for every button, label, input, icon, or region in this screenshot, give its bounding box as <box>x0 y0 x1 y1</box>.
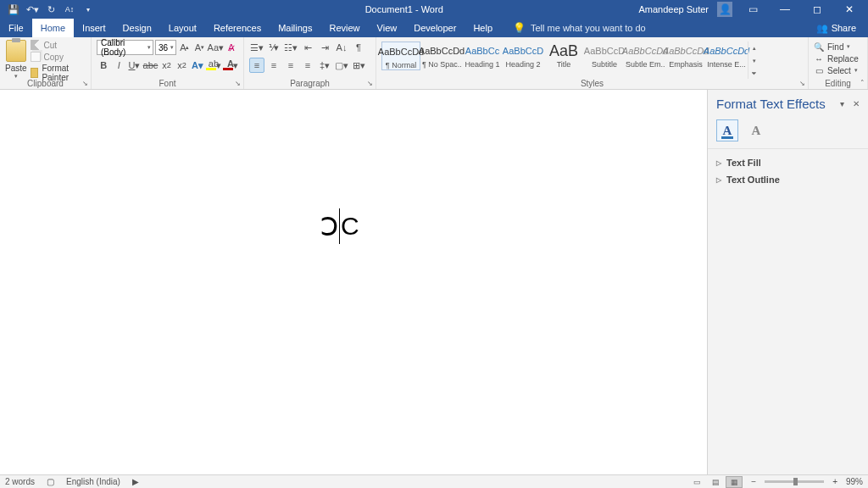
show-marks-button[interactable]: ¶ <box>351 40 366 55</box>
font-name-combo[interactable]: Calibri (Body)▾ <box>97 40 153 55</box>
replace-button[interactable]: ↔Replace <box>814 53 862 64</box>
bullets-button[interactable]: ☰▾ <box>249 40 264 55</box>
increase-indent-button[interactable]: ⇥ <box>317 40 332 55</box>
align-left-button[interactable]: ≡ <box>249 58 264 73</box>
pane-options-icon[interactable]: ▾ <box>840 99 844 108</box>
zoom-out-button[interactable]: − <box>751 477 756 486</box>
superscript-button[interactable]: x2 <box>175 58 189 73</box>
style-preview: AaBbCcDd <box>382 42 420 61</box>
numbering-button[interactable]: ⅟▾ <box>266 40 281 55</box>
print-layout-button[interactable]: ▤ <box>707 476 724 488</box>
styles-launcher-icon[interactable]: ↘ <box>799 80 805 87</box>
styles-group-label: Styles <box>376 79 808 89</box>
multilevel-button[interactable]: ☷▾ <box>283 40 298 55</box>
document-text[interactable]: Ɔ C <box>320 208 359 244</box>
pane-tab-text-fill[interactable]: A <box>716 119 738 141</box>
select-button[interactable]: ▭Select▾ <box>814 65 862 75</box>
underline-button[interactable]: U▾ <box>127 58 141 73</box>
read-mode-button[interactable]: ▭ <box>688 476 705 488</box>
tab-review[interactable]: Review <box>321 19 369 37</box>
style---no-spac---[interactable]: AaBbCcDd¶ No Spac... <box>422 42 461 69</box>
style-heading-1[interactable]: AaBbCcHeading 1 <box>463 42 502 69</box>
style-subtle-em---[interactable]: AaBbCcDdSubtle Em... <box>626 42 665 69</box>
tab-insert[interactable]: Insert <box>74 19 114 37</box>
shrink-font-button[interactable]: A▾ <box>193 40 207 55</box>
clear-format-button[interactable]: A̷ <box>225 40 238 55</box>
spellcheck-icon[interactable]: ▢ <box>47 477 54 486</box>
macro-icon[interactable]: ▶ <box>132 477 139 486</box>
change-case-button[interactable]: Aa▾ <box>208 40 223 55</box>
align-right-button[interactable]: ≡ <box>283 58 298 73</box>
collapse-ribbon-icon[interactable]: ˄ <box>860 79 865 87</box>
zoom-slider[interactable] <box>765 480 824 483</box>
clipboard-launcher-icon[interactable]: ↘ <box>82 80 88 87</box>
web-layout-button[interactable]: ▦ <box>726 476 743 488</box>
tab-file[interactable]: File <box>0 19 32 37</box>
section-text-fill[interactable]: ▷Text Fill <box>716 154 860 171</box>
tab-references[interactable]: References <box>205 19 270 37</box>
chevron-down-icon[interactable]: ▾ <box>147 44 153 51</box>
style-heading-2[interactable]: AaBbCcDHeading 2 <box>504 42 542 69</box>
text-effects-button[interactable]: A▾ <box>191 58 204 73</box>
pane-tab-text-effects[interactable]: A <box>745 119 767 141</box>
zoom-in-button[interactable]: + <box>832 477 837 486</box>
strike-button[interactable]: abc <box>143 58 159 73</box>
pane-close-icon[interactable]: ✕ <box>853 99 860 108</box>
style---normal[interactable]: AaBbCcDd¶ Normal <box>381 42 420 70</box>
tab-design[interactable]: Design <box>114 19 160 37</box>
tab-view[interactable]: View <box>369 19 406 37</box>
cut-button: Cut <box>31 40 86 50</box>
style-name-label: Emphasis <box>666 60 705 69</box>
share-button[interactable]: 👥 Share <box>816 19 868 37</box>
section-text-outline[interactable]: ▷Text Outline <box>716 171 860 188</box>
italic-button[interactable]: I <box>112 58 125 73</box>
replace-icon: ↔ <box>814 53 824 64</box>
user-name[interactable]: Amandeep Suter <box>638 4 709 14</box>
tell-me-search[interactable]: 💡 Tell me what you want to do <box>501 19 646 37</box>
styles-more-button[interactable]: ▴▾⏷ <box>748 42 760 79</box>
minimize-icon[interactable]: — <box>773 3 797 15</box>
tab-layout[interactable]: Layout <box>160 19 205 37</box>
user-avatar-icon[interactable]: 👤 <box>717 2 732 17</box>
touch-mode-icon[interactable]: A↕ <box>64 4 75 14</box>
justify-button[interactable]: ≡ <box>300 58 315 73</box>
tab-help[interactable]: Help <box>465 19 501 37</box>
style-intense-e---[interactable]: AaBbCcDdIntense E... <box>707 42 746 69</box>
style-title[interactable]: AaBTitle <box>544 42 583 69</box>
save-icon[interactable]: 💾 <box>8 4 19 14</box>
qat-customize-icon[interactable]: ▾ <box>83 4 93 14</box>
subscript-button[interactable]: x2 <box>159 58 173 73</box>
cut-icon <box>31 40 41 50</box>
sort-button[interactable]: A↓ <box>334 40 349 55</box>
style-subtitle[interactable]: AaBbCcDSubtitle <box>585 42 624 69</box>
highlight-button[interactable]: ab▾ <box>206 58 221 73</box>
language-status[interactable]: English (India) <box>66 477 120 486</box>
maximize-icon[interactable]: ◻ <box>805 3 829 15</box>
shading-button[interactable]: ▢▾ <box>334 58 349 73</box>
workspace: Ɔ C Format Text Effects ▾ ✕ A A ▷Text Fi… <box>0 90 868 474</box>
document-area[interactable]: Ɔ C <box>0 90 707 474</box>
tab-mailings[interactable]: Mailings <box>270 19 320 37</box>
find-button[interactable]: 🔍Find▾ <box>814 42 862 52</box>
style-emphasis[interactable]: AaBbCcDdEmphasis <box>666 42 705 69</box>
chevron-down-icon[interactable]: ▾ <box>170 44 175 51</box>
paragraph-launcher-icon[interactable]: ↘ <box>367 80 373 87</box>
close-icon[interactable]: ✕ <box>837 3 861 15</box>
decrease-indent-button[interactable]: ⇤ <box>300 40 315 55</box>
font-launcher-icon[interactable]: ↘ <box>235 80 241 87</box>
grow-font-button[interactable]: A▴ <box>178 40 192 55</box>
tab-developer[interactable]: Developer <box>405 19 465 37</box>
font-size-combo[interactable]: 36▾ <box>155 40 176 55</box>
tab-home[interactable]: Home <box>32 19 74 37</box>
zoom-level[interactable]: 99% <box>846 477 863 486</box>
word-count[interactable]: 2 words <box>5 477 35 486</box>
ribbon-display-icon[interactable]: ▭ <box>741 3 765 15</box>
redo-icon[interactable]: ↻ <box>46 4 56 14</box>
align-center-button[interactable]: ≡ <box>266 58 281 73</box>
undo-icon[interactable]: ↶▾ <box>27 4 37 14</box>
font-color-button[interactable]: A▾ <box>223 58 238 73</box>
line-spacing-button[interactable]: ‡▾ <box>317 58 332 73</box>
slider-thumb-icon[interactable] <box>793 478 798 485</box>
bold-button[interactable]: B <box>97 58 110 73</box>
borders-button[interactable]: ⊞▾ <box>351 58 366 73</box>
